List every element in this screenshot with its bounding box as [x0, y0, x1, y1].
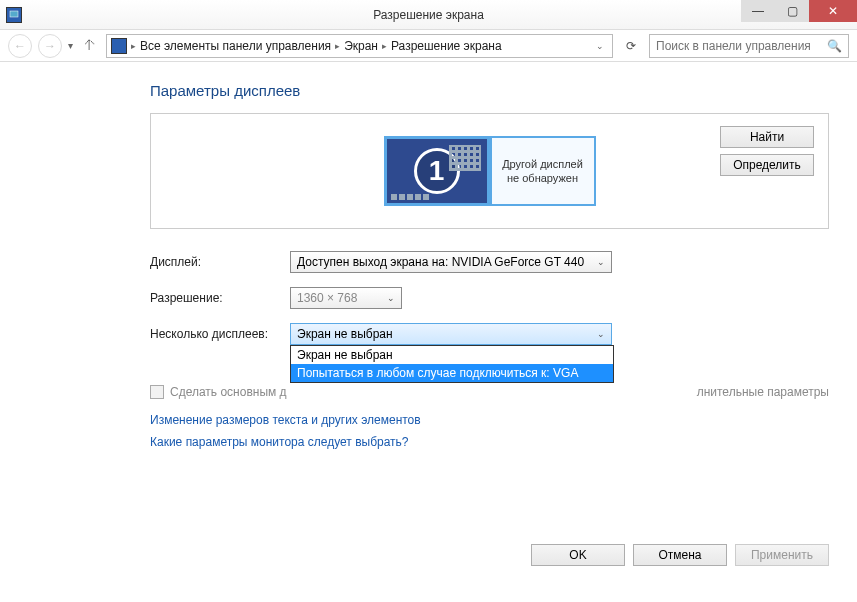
find-button[interactable]: Найти [720, 126, 814, 148]
multiple-displays-dropdown: Экран не выбран Попытаться в любом случа… [290, 345, 614, 383]
address-dropdown-icon[interactable]: ⌄ [592, 41, 608, 51]
make-primary-row: Сделать основным д лнительные параметры [150, 385, 829, 399]
monitor-help-link[interactable]: Какие параметры монитора следует выбрать… [150, 435, 829, 449]
maximize-button[interactable]: ▢ [775, 0, 809, 22]
chevron-right-icon: ▸ [335, 41, 340, 51]
title-bar: Разрешение экрана — ▢ ✕ [0, 0, 857, 30]
breadcrumb-resolution[interactable]: Разрешение экрана [391, 39, 502, 53]
display-select-value: Доступен выход экрана на: NVIDIA GeForce… [297, 255, 584, 269]
navigation-bar: ← → ▾ 🡡 ▸ Все элементы панели управления… [0, 30, 857, 62]
resolution-select-value: 1360 × 768 [297, 291, 357, 305]
identify-button[interactable]: Определить [720, 154, 814, 176]
minimize-button[interactable]: — [741, 0, 775, 22]
display-preview: 1 Другой дисплей не обнаружен Найти Опре… [150, 113, 829, 229]
make-primary-label: Сделать основным д [170, 385, 287, 399]
breadcrumb-screen[interactable]: Экран [344, 39, 378, 53]
multiple-displays-select[interactable]: Экран не выбран ⌄ Экран не выбран Попыта… [290, 323, 612, 345]
svg-rect-0 [10, 11, 18, 17]
text-size-link[interactable]: Изменение размеров текста и других элеме… [150, 413, 829, 427]
dialog-buttons: OK Отмена Применить [531, 544, 829, 566]
monitor-not-detected-text: Другой дисплей не обнаружен [502, 157, 583, 186]
address-bar[interactable]: ▸ Все элементы панели управления ▸ Экран… [106, 34, 613, 58]
display-select[interactable]: Доступен выход экрана на: NVIDIA GeForce… [290, 251, 612, 273]
ok-button[interactable]: OK [531, 544, 625, 566]
chevron-right-icon: ▸ [382, 41, 387, 51]
content-area: Параметры дисплеев 1 Другой дисплей не о… [0, 62, 857, 459]
monitor-1[interactable]: 1 [384, 136, 490, 206]
monitor-not-detected[interactable]: Другой дисплей не обнаружен [490, 136, 596, 206]
multiple-displays-label: Несколько дисплеев: [150, 327, 290, 341]
dropdown-option-none[interactable]: Экран не выбран [291, 346, 613, 364]
chevron-right-icon: ▸ [131, 41, 136, 51]
resolution-select[interactable]: 1360 × 768 ⌄ [290, 287, 402, 309]
chevron-down-icon: ⌄ [597, 329, 605, 339]
history-dropdown-icon[interactable]: ▾ [68, 40, 73, 51]
monitor-grid-icon [449, 145, 481, 171]
chevron-down-icon: ⌄ [597, 257, 605, 267]
search-icon[interactable]: 🔍 [827, 39, 842, 53]
back-button[interactable]: ← [8, 34, 32, 58]
make-primary-checkbox [150, 385, 164, 399]
breadcrumb-root[interactable]: Все элементы панели управления [140, 39, 331, 53]
advanced-settings-link-partial[interactable]: лнительные параметры [697, 385, 829, 399]
apply-button: Применить [735, 544, 829, 566]
up-button[interactable]: 🡡 [83, 38, 96, 53]
chevron-down-icon: ⌄ [387, 293, 395, 303]
page-heading: Параметры дисплеев [150, 82, 829, 99]
forward-button[interactable]: → [38, 34, 62, 58]
search-box[interactable]: 🔍 [649, 34, 849, 58]
close-button[interactable]: ✕ [809, 0, 857, 22]
refresh-button[interactable]: ⟳ [619, 35, 643, 57]
control-panel-icon [111, 38, 127, 54]
system-menu-icon[interactable] [6, 7, 22, 23]
display-label: Дисплей: [150, 255, 290, 269]
multiple-displays-value: Экран не выбран [297, 327, 393, 341]
resolution-label: Разрешение: [150, 291, 290, 305]
dropdown-option-vga[interactable]: Попытаться в любом случае подключиться к… [291, 364, 613, 382]
search-input[interactable] [656, 39, 827, 53]
cancel-button[interactable]: Отмена [633, 544, 727, 566]
window-title: Разрешение экрана [0, 8, 857, 22]
